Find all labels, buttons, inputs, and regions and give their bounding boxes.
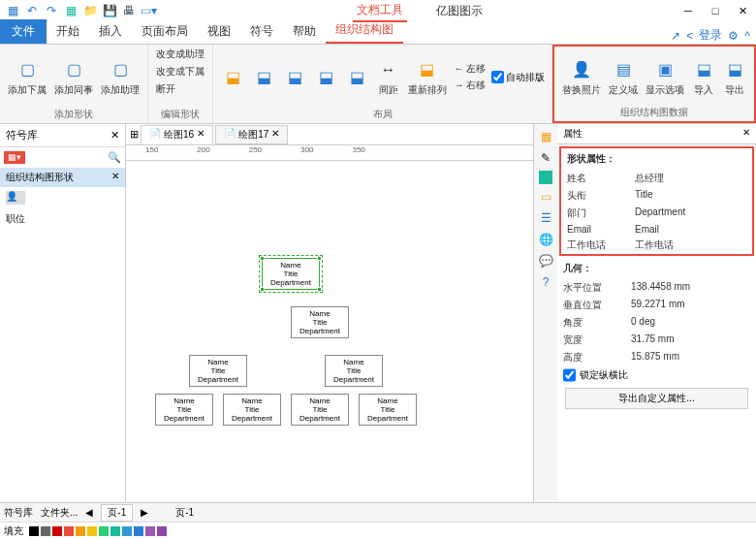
share2-icon[interactable]: <	[686, 29, 693, 43]
prop-angle-value[interactable]: 0 deg	[631, 316, 750, 330]
layout-opt2-button[interactable]: ⬓	[251, 64, 278, 91]
color-swatch[interactable]	[52, 526, 62, 536]
tab-help[interactable]: 帮助	[283, 19, 326, 44]
doc-tab-1[interactable]: 📄绘图16✕	[141, 125, 213, 144]
color-swatch[interactable]	[29, 526, 39, 536]
org-node[interactable]: NameTitleDepartment	[189, 355, 247, 387]
prop-email-value[interactable]: Email	[635, 224, 746, 235]
prop-y-value[interactable]: 59.2271 mm	[631, 299, 750, 312]
org-node[interactable]: NameTitleDepartment	[325, 355, 383, 387]
import-button[interactable]: ⬓导入	[690, 56, 717, 99]
color-swatch[interactable]	[157, 526, 167, 536]
tab-start[interactable]: 开始	[47, 19, 89, 44]
color-swatch[interactable]	[99, 526, 109, 536]
disconnect-button[interactable]: 断开	[154, 81, 177, 97]
lock-aspect-checkbox[interactable]: 锁定纵横比	[557, 366, 756, 384]
tab-insert[interactable]: 插入	[89, 19, 132, 44]
color-swatch[interactable]	[87, 526, 97, 536]
settings-icon[interactable]: ⚙	[728, 29, 739, 43]
tab-symbol[interactable]: 符号	[240, 19, 283, 44]
color-swatch[interactable]	[76, 526, 85, 536]
undo-icon[interactable]: ↶	[23, 2, 41, 19]
layout-opt1-button[interactable]: ⬓	[220, 64, 247, 91]
add-subordinate-button[interactable]: ▢添加下属	[6, 56, 48, 99]
page-nav-prev[interactable]: ◀	[85, 507, 93, 518]
tabs-nav-icon[interactable]: ⊞	[130, 128, 139, 141]
doc-tab-2[interactable]: 📄绘图17✕	[215, 125, 288, 144]
prop-icon[interactable]: ▦	[537, 128, 554, 145]
org-node[interactable]: NameTitleDepartment	[291, 306, 349, 338]
list-icon[interactable]: ☰	[537, 209, 554, 227]
color-swatch[interactable]	[145, 526, 155, 536]
prop-name-value[interactable]: 总经理	[635, 172, 746, 185]
color-swatch[interactable]	[122, 526, 132, 536]
panel-close-icon[interactable]: ✕	[110, 129, 119, 142]
prop-width-value[interactable]: 31.75 mm	[631, 333, 750, 347]
menu-icon[interactable]: ▦	[4, 2, 21, 19]
lib-dropdown[interactable]: ▦▾	[4, 151, 25, 164]
export-props-button[interactable]: 导出自定义属性...	[565, 388, 748, 409]
fill-icon[interactable]	[539, 171, 552, 184]
tab-view[interactable]: 视图	[198, 19, 240, 44]
layer-icon[interactable]: ▭	[537, 188, 554, 206]
rearrange-button[interactable]: ⬓重新排列	[406, 56, 449, 99]
open-icon[interactable]: 📁	[81, 2, 99, 19]
bottom-tab-symbols[interactable]: 符号库	[4, 506, 33, 520]
tab-close-icon[interactable]: ✕	[271, 128, 279, 142]
page-nav-next[interactable]: ▶	[141, 507, 148, 518]
tab-org-chart[interactable]: 组织结构图	[326, 17, 403, 44]
shape-category[interactable]: 组织结构图形状✕	[0, 168, 125, 187]
redo-icon[interactable]: ↷	[43, 2, 60, 19]
bottom-tab-files[interactable]: 文件夹...	[41, 506, 78, 520]
share-icon[interactable]: ↗	[671, 29, 680, 43]
layout-opt3-button[interactable]: ⬓	[282, 64, 309, 91]
page-tab-1[interactable]: 页-1	[101, 504, 133, 522]
export-icon[interactable]: ▭▾	[140, 2, 157, 19]
org-node-root[interactable]: NameTitleDepartment	[262, 258, 320, 290]
tab-page-layout[interactable]: 页面布局	[132, 19, 198, 44]
org-node[interactable]: NameTitleDepartment	[359, 394, 417, 426]
search-icon[interactable]: 🔍	[108, 151, 121, 164]
tab-file[interactable]: 文件	[0, 19, 47, 44]
replace-photo-button[interactable]: 👤替换照片	[560, 56, 603, 99]
print-icon[interactable]: 🖶	[120, 2, 138, 19]
prop-x-value[interactable]: 138.4458 mm	[631, 281, 750, 295]
color-swatch[interactable]	[64, 526, 74, 536]
close-button[interactable]: ✕	[733, 3, 752, 18]
pencil-icon[interactable]: ✎	[537, 149, 554, 167]
prop-title-value[interactable]: Title	[635, 189, 746, 203]
canvas[interactable]: NameTitleDepartment NameTitleDepartment …	[126, 161, 533, 502]
prop-height-value[interactable]: 15.875 mm	[631, 351, 750, 365]
comment-icon[interactable]: 💬	[537, 252, 554, 270]
minimize-button[interactable]: ─	[678, 3, 698, 18]
layout-opt4-button[interactable]: ⬓	[313, 64, 340, 91]
add-peer-button[interactable]: ▢添加同事	[52, 56, 95, 99]
export-button[interactable]: ⬓导出	[721, 56, 748, 99]
help-icon[interactable]: ?	[537, 273, 554, 291]
shape-item-position[interactable]: 职位	[0, 208, 125, 230]
globe-icon[interactable]: 🌐	[537, 231, 554, 248]
color-swatch[interactable]	[41, 526, 50, 536]
tab-close-icon[interactable]: ✕	[197, 128, 205, 142]
props-close-icon[interactable]: ✕	[742, 127, 750, 141]
prop-dept-value[interactable]: Department	[635, 206, 746, 220]
move-left-button[interactable]: ← 左移	[453, 61, 488, 77]
color-swatch[interactable]	[134, 526, 143, 536]
save-icon[interactable]: 💾	[101, 2, 118, 19]
define-field-button[interactable]: ▤定义域	[607, 56, 640, 99]
add-assistant-button[interactable]: ▢添加助理	[99, 56, 142, 99]
collapse-ribbon-icon[interactable]: ^	[744, 29, 750, 43]
to-assistant-button[interactable]: 改变成助理	[154, 47, 206, 62]
maximize-button[interactable]: □	[706, 3, 725, 18]
login-link[interactable]: 登录	[699, 27, 722, 44]
to-subordinate-button[interactable]: 改变成下属	[154, 64, 206, 79]
display-options-button[interactable]: ▣显示选项	[644, 56, 686, 99]
shape-item-person[interactable]: 👤	[0, 187, 125, 208]
layout-opt5-button[interactable]: ⬓	[344, 64, 371, 91]
prop-phone-value[interactable]: 工作电话	[635, 238, 746, 252]
org-node[interactable]: NameTitleDepartment	[155, 394, 213, 426]
org-node[interactable]: NameTitleDepartment	[291, 394, 349, 426]
color-swatch[interactable]	[110, 526, 120, 536]
spacing-button[interactable]: ↔间距	[375, 56, 402, 99]
move-right-button[interactable]: → 右移	[453, 78, 488, 93]
